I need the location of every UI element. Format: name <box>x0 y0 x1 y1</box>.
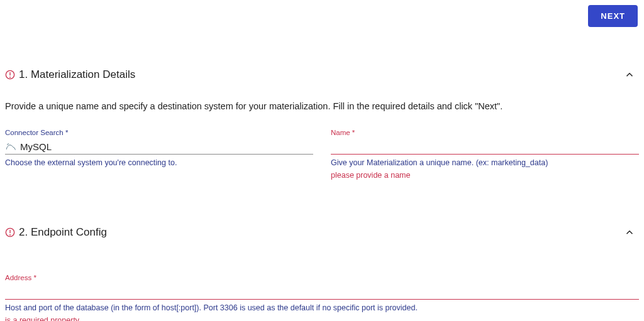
connector-search-input[interactable] <box>20 141 313 152</box>
section-title: 2. Endpoint Config <box>19 226 107 239</box>
connector-search-field: Connector Search * Choose the external s… <box>5 129 313 180</box>
connector-search-helper: Choose the external system you're connec… <box>5 158 313 167</box>
address-field: Address * Host and port of the database … <box>4 274 640 321</box>
connector-search-label: Connector Search * <box>5 129 313 136</box>
name-input[interactable] <box>331 141 639 152</box>
name-error: please provide a name <box>331 171 639 180</box>
mysql-icon <box>5 142 16 152</box>
chevron-up-icon <box>624 227 635 238</box>
section-header-endpoint-config[interactable]: 2. Endpoint Config <box>4 224 640 241</box>
error-icon <box>5 227 15 237</box>
address-error: is a required property <box>5 316 639 321</box>
error-icon <box>5 70 15 80</box>
name-helper: Give your Materialization a unique name.… <box>331 158 639 167</box>
section-header-materialization-details[interactable]: 1. Materialization Details <box>4 66 640 84</box>
address-label: Address * <box>5 274 639 281</box>
address-helper: Host and port of the database (in the fo… <box>5 303 639 312</box>
name-field: Name * Give your Materialization a uniqu… <box>331 129 639 180</box>
address-input[interactable] <box>5 286 639 297</box>
next-button[interactable]: NEXT <box>588 5 638 27</box>
section-title: 1. Materialization Details <box>19 68 135 81</box>
svg-point-5 <box>10 235 11 236</box>
section-description: Provide a unique name and specify a dest… <box>4 84 640 116</box>
chevron-up-icon <box>624 69 635 80</box>
svg-point-2 <box>10 77 11 78</box>
name-label: Name * <box>331 129 639 136</box>
